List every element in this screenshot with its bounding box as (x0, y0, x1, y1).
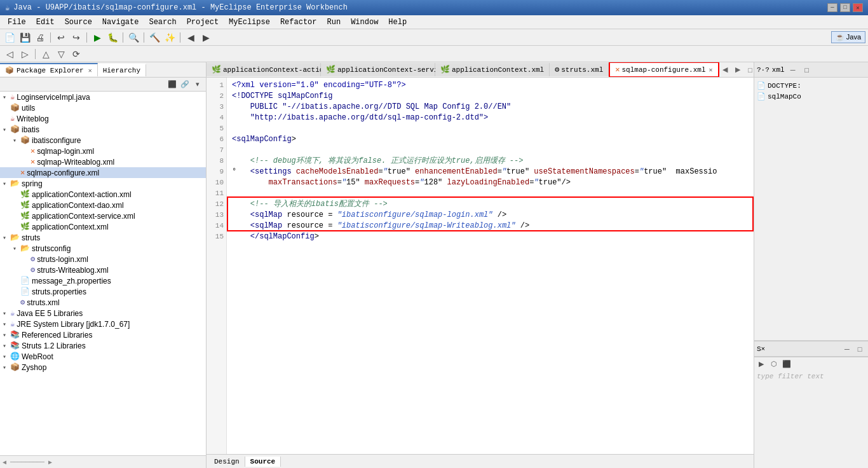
tree-item-0[interactable]: ▾☕LoginserviceImpl.java (0, 92, 206, 102)
sqlmap-icon: ✕ (615, 65, 620, 74)
tab-hierarchy[interactable]: Hierarchy (98, 64, 146, 76)
menu-window[interactable]: Window (346, 17, 383, 28)
app-icon: ☕ (5, 3, 10, 13)
filter-text: type filter text (757, 373, 865, 380)
tree-item-3[interactable]: ▾📦ibatis (0, 124, 206, 135)
menu-myeclipse[interactable]: MyEclipse (224, 17, 275, 28)
tree-item-22[interactable]: ▾📚Referenced Libraries (0, 329, 206, 340)
prev-button[interactable]: ◀ (184, 31, 198, 44)
build-button[interactable]: 🔨 (147, 31, 161, 44)
tree-item-7[interactable]: ✕sqlmap-configure.xml (0, 167, 206, 178)
toolbar-main: 📄 💾 🖨 ↩ ↪ ▶ 🐛 🔍 🔨 ✨ ◀ ▶ ☕ Java (0, 29, 868, 46)
print-button[interactable]: 🖨 (33, 31, 47, 44)
tree-item-1[interactable]: 📦utils (0, 102, 206, 113)
menu-navigate[interactable]: Navigate (97, 17, 144, 28)
close-button[interactable]: ✕ (853, 3, 863, 12)
main-center: 🌿 applicationContext-action. 🌿 applicati… (207, 62, 868, 468)
title-bar-controls[interactable]: ─ □ ✕ (827, 3, 863, 12)
editor-nav-left[interactable]: ◀ (719, 64, 731, 76)
next-button[interactable]: ▶ (199, 31, 213, 44)
xml-tree-minimize[interactable]: ─ (787, 65, 799, 75)
tree-item-6[interactable]: ✕sqlmap-Writeablog.xml (0, 156, 206, 167)
collapse-all-button[interactable]: ⬛ (166, 79, 178, 90)
undo-button[interactable]: ↩ (54, 31, 68, 44)
menu-file[interactable]: File (3, 17, 31, 28)
xml-tree-maximize[interactable]: □ (801, 65, 813, 75)
view-menu-button[interactable]: ▾ (192, 79, 203, 90)
perspective-java[interactable]: ☕ Java (831, 31, 865, 43)
menu-run[interactable]: Run (322, 17, 346, 28)
editor-area: 🌿 applicationContext-action. 🌿 applicati… (207, 62, 754, 468)
tree-item-21[interactable]: ▾☕JRE System Library [jdk1.7.0_67] (0, 319, 206, 329)
up-button[interactable]: △ (39, 48, 53, 60)
outline-maximize[interactable]: □ (854, 344, 865, 354)
menu-refactor[interactable]: Refactor (275, 17, 322, 28)
xml-tree-content: 📄 DOCTYPE: 📄 sqlMapCo (754, 78, 868, 340)
code-content[interactable]: <?xml version="1.0" encoding="UTF-8"?><!… (227, 78, 754, 454)
tree-item-12[interactable]: 🌿applicationContext.xml (0, 221, 206, 232)
sqlmap-close[interactable]: ✕ (709, 66, 713, 74)
outline-btn2[interactable]: ⬡ (768, 359, 780, 369)
save-button[interactable]: 💾 (18, 31, 32, 44)
tree-item-16[interactable]: ⚙struts-Writeablog.xml (0, 265, 206, 275)
outline-content[interactable]: type filter text (754, 370, 868, 468)
clean-button[interactable]: ✨ (163, 31, 177, 44)
tab-sqlmap-configure[interactable]: ✕ sqlmap-configure.xml ✕ (609, 62, 719, 78)
tree-item-15[interactable]: ⚙struts-login.xml (0, 254, 206, 265)
search-button[interactable]: 🔍 (126, 31, 140, 44)
tab-struts-xml[interactable]: ⚙ struts.xml (550, 63, 609, 76)
tree-item-17[interactable]: 📄message_zh.properties (0, 275, 206, 286)
outline-minimize[interactable]: ─ (841, 344, 853, 354)
tab-appcontext-service[interactable]: 🌿 applicationContext-servic (321, 63, 435, 76)
forward-button[interactable]: ▷ (18, 48, 32, 60)
sync-button[interactable]: ⟳ (69, 48, 83, 60)
tree-item-19[interactable]: ⚙struts.xml (0, 297, 206, 308)
down-button[interactable]: ▽ (54, 48, 68, 60)
menu-search[interactable]: Search (144, 17, 181, 28)
outline-btn3[interactable]: ⬛ (781, 359, 792, 369)
tree-item-25[interactable]: ▾📦Zyshop (0, 362, 206, 373)
tab-design[interactable]: Design (209, 457, 245, 467)
tree-item-10[interactable]: 🌿applicationContext-dao.xml (0, 200, 206, 210)
xml-tree-header: ?·? xml ─ □ (754, 62, 868, 78)
menu-project[interactable]: Project (182, 17, 224, 28)
tree-item-9[interactable]: 🌿applicationContext-action.xml (0, 189, 206, 200)
link-editor-button[interactable]: 🔗 (179, 79, 191, 90)
tree-item-4[interactable]: ▾📦ibatisconfigure (0, 135, 206, 146)
tree-item-14[interactable]: ▾📂strutsconfig (0, 243, 206, 254)
editor-nav-right[interactable]: ▶ (732, 64, 743, 76)
tab-appcontext-action[interactable]: 🌿 applicationContext-action. (207, 63, 321, 76)
tree-item-13[interactable]: ▾📂struts (0, 232, 206, 243)
package-explorer-close[interactable]: ✕ (88, 67, 92, 74)
tree-item-20[interactable]: ▾☕Java EE 5 Libraries (0, 308, 206, 319)
run-button[interactable]: ▶ (90, 31, 104, 44)
menu-edit[interactable]: Edit (31, 17, 60, 28)
back-button[interactable]: ◁ (3, 48, 17, 60)
redo-button[interactable]: ↪ (69, 31, 83, 44)
tree-item-8[interactable]: ▾📂spring (0, 178, 206, 189)
sqlmap-label: sqlmap-configure.xml (621, 66, 705, 74)
editor-maximize[interactable]: □ (745, 64, 754, 76)
tree-item-24[interactable]: ▾🌐WebRoot (0, 351, 206, 362)
tab-appcontext-xml[interactable]: 🌿 applicationContext.xml (435, 63, 550, 76)
menu-help[interactable]: Help (383, 17, 412, 28)
tab-source[interactable]: Source (245, 457, 281, 467)
minimize-button[interactable]: ─ (827, 3, 837, 12)
tab-package-explorer[interactable]: 📦 Package Explorer ✕ (0, 63, 98, 76)
appcontext-action-label: applicationContext-action. (223, 66, 332, 74)
hierarchy-label: Hierarchy (103, 67, 140, 74)
tree-item-2[interactable]: ☕Writeblog (0, 113, 206, 124)
tree-item-11[interactable]: 🌿applicationContext-service.xml (0, 210, 206, 221)
file-tree[interactable]: ▾☕LoginserviceImpl.java 📦utils ☕Writeblo… (0, 92, 206, 455)
menu-source[interactable]: Source (60, 17, 97, 28)
new-button[interactable]: 📄 (3, 31, 17, 44)
appcontext-service-icon: 🌿 (326, 65, 336, 74)
outline-btn1[interactable]: ▶ (756, 359, 767, 369)
debug-button[interactable]: 🐛 (105, 31, 119, 44)
tree-item-18[interactable]: 📄struts.properties (0, 286, 206, 297)
tree-item-5[interactable]: ✕sqlmap-login.xml (0, 146, 206, 156)
tree-item-23[interactable]: ▾📚Struts 1.2 Libraries (0, 340, 206, 351)
toolbar-sep-3 (123, 32, 123, 43)
maximize-button[interactable]: □ (840, 3, 850, 12)
code-editor[interactable]: 123456789101112131415 <?xml version="1.0… (207, 78, 754, 454)
